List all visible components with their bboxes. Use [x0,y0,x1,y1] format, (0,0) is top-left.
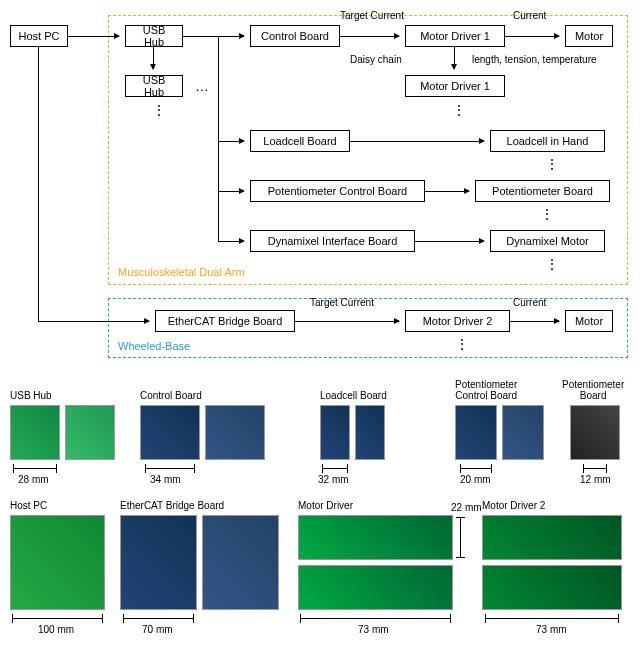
control-board-dim: 34 mm [150,474,181,485]
pot-control-board-box: Potentiometer Control Board [250,180,425,202]
pot-board-box: Potentiometer Board [475,180,610,202]
usb-hub-photo-back [65,405,115,460]
ethercat-dim-line [123,618,194,619]
motor-driver-dim-line [300,618,451,619]
loadcell-board-box: Loadcell Board [250,130,350,152]
arrow-ctrl-md1 [340,36,399,37]
pot-board-label: Potentiometer Board [562,379,624,401]
dyn-if-board-box: Dynamixel Interface Board [250,230,415,252]
motor-driver-photo-back [298,565,453,610]
control-board-box: Control Board [250,25,340,47]
host-pc-label: Host PC [10,500,47,511]
label-target-current-2: Target Current [310,297,374,308]
ethercat-dim: 70 mm [142,624,173,635]
loadcell-board-label: Loadcell Board [320,390,387,401]
usb-hub-dim-line [13,468,57,469]
usb-hub-dots: … [195,78,211,94]
usb-hub-dim: 28 mm [18,474,49,485]
arrow-host-down [38,47,39,321]
loadcell-board-dim-line [322,468,348,469]
motor-driver-dim-line-v [460,517,461,558]
motor-top-box: Motor [565,25,613,47]
motor-driver-2-dim-line [485,618,619,619]
arrow-trunk-control [218,36,244,37]
ethercat-board-box: EtherCAT Bridge Board [155,310,295,332]
arrow-md1-motor [505,36,559,37]
pot-ctrl-board-photo-back [502,405,544,460]
arrow-host-hub [68,36,119,37]
vdots-loadcell [545,156,561,172]
pot-ctrl-board-label: Potentiometer Control Board [455,379,517,401]
motor-bottom-box: Motor [565,310,613,332]
vdots-dyn [545,256,561,272]
motor-driver-2-box: Motor Driver 2 [405,310,510,332]
usb-hub-photo-front [10,405,60,460]
usb-hub-label: USB Hub [10,390,52,401]
pot-board-dim: 12 mm [580,474,611,485]
dyn-motor-box: Dynamixel Motor [490,230,605,252]
vdots-pot [540,206,556,222]
pot-ctrl-board-dim-line [460,468,492,469]
group-wheeled-base-label: Wheeled-Base [118,340,190,352]
control-board-label: Control Board [140,390,202,401]
system-diagram: Musculoskeletal Dual Arm Wheeled-Base Ho… [0,0,640,380]
motor-driver-dim: 73 mm [358,624,389,635]
ethercat-label: EtherCAT Bridge Board [120,500,224,511]
ethercat-photo-front [120,515,197,610]
arrow-loadcell [350,141,484,142]
usb-hub-1-box: USB Hub [125,25,183,47]
pot-board-photo [570,405,620,460]
loadcell-in-hand-box: Loadcell in Hand [490,130,605,152]
arrow-trunk [218,36,219,241]
control-board-dim-line [145,468,195,469]
motor-driver-1b-box: Motor Driver 1 [405,75,505,97]
group-dual-arm-label: Musculoskeletal Dual Arm [118,266,245,278]
arrow-md2-motor [510,321,559,322]
pot-ctrl-board-photo-front [455,405,497,460]
arrow-daisy [454,47,455,69]
control-board-photo-front [140,405,200,460]
motor-driver-label: Motor Driver [298,500,353,511]
arrow-ether-md2 [295,321,399,322]
arrow-trunk-dyn [218,241,244,242]
motor-driver-2-dim: 73 mm [536,624,567,635]
pot-ctrl-board-dim: 20 mm [460,474,491,485]
arrow-hub1-hub2 [153,47,154,69]
host-pc-dim: 100 mm [38,624,74,635]
arrow-pot [425,191,469,192]
arrow-trunk-pot [218,191,244,192]
host-pc-box: Host PC [10,25,68,47]
host-pc-dim-line [12,618,103,619]
vdots-md2 [455,336,471,352]
vdots-hub [152,102,168,118]
label-target-current-1: Target Current [340,10,404,21]
host-pc-photo [10,515,105,610]
arrow-hub-right [183,36,218,37]
label-daisy: Daisy chain [350,54,402,65]
loadcell-board-photo-back [355,405,385,460]
motor-driver-2-photo-front [482,515,622,560]
ethercat-photo-back [202,515,279,610]
arrow-dyn [415,241,484,242]
motor-driver-2-photo-back [482,565,622,610]
label-sensor-out: length, tension, temperature [472,54,597,65]
control-board-photo-back [205,405,265,460]
label-current-2: Current [513,297,546,308]
motor-driver-photo-front [298,515,453,560]
pot-board-dim-line [583,468,607,469]
usb-hub-2-box: USB Hub [125,75,183,97]
arrow-trunk-loadcell [218,141,244,142]
loadcell-board-photo-front [320,405,350,460]
motor-driver-1a-box: Motor Driver 1 [405,25,505,47]
label-current-1: Current [513,10,546,21]
motor-driver-2-label: Motor Driver 2 [482,500,545,511]
motor-driver-dim-h: 22 mm [451,502,482,513]
vdots-md [452,102,468,118]
loadcell-board-dim: 32 mm [318,474,349,485]
arrow-host-ethercat [38,321,149,322]
